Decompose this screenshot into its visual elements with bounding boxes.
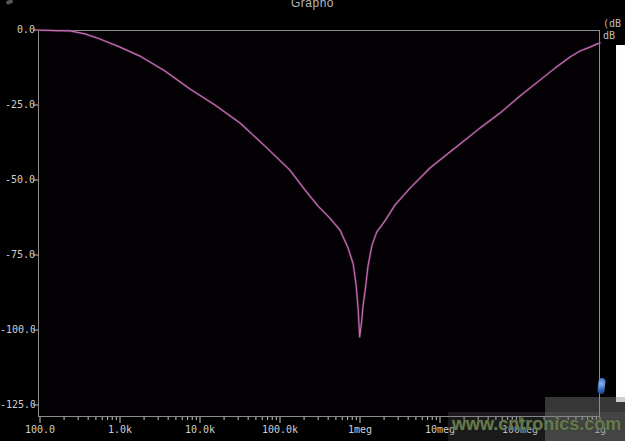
grapher-window: Grapho (dB dB 0.0-25.0-50.0-75.0-100.0-1… <box>0 0 625 441</box>
x-tick-label: 100.0 <box>25 425 55 435</box>
x-tick-label: 100.0k <box>262 425 298 435</box>
x-tick-label: 1meg <box>348 425 372 435</box>
y-tick-label: -50.0 <box>0 175 35 185</box>
chart-layer <box>0 0 625 441</box>
magnitude-curve <box>38 30 600 337</box>
magnitude-curve <box>38 30 600 337</box>
y-tick-label: 0.0 <box>0 25 35 35</box>
y-tick-label: -125.0 <box>0 400 35 410</box>
page-edge-strip <box>616 45 625 402</box>
screenshot-page: Grapho (dB dB 0.0-25.0-50.0-75.0-100.0-1… <box>0 0 625 441</box>
x-tick-label: 10.0k <box>185 425 215 435</box>
x-tick-label: 1.0k <box>108 425 132 435</box>
y-tick-label: -75.0 <box>0 250 35 260</box>
y-tick-label: -25.0 <box>0 100 35 110</box>
y-tick-label: -100.0 <box>0 325 35 335</box>
watermark-text: www.cntronics.com <box>452 414 621 435</box>
